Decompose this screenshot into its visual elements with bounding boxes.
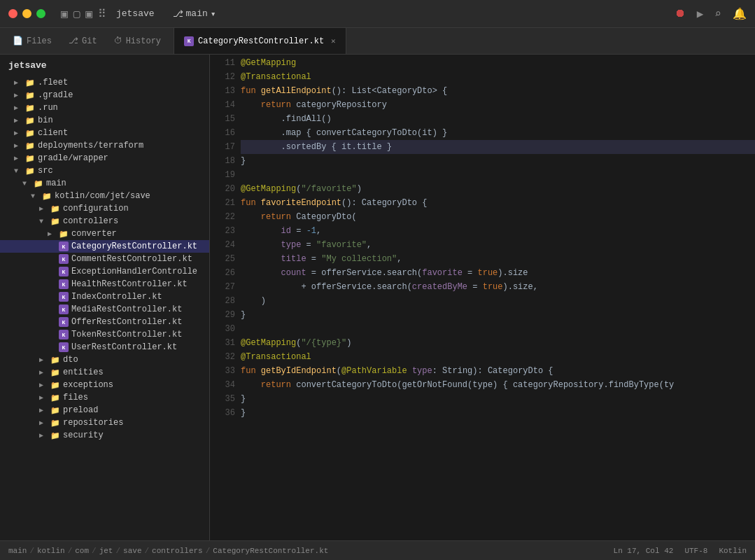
sidebar-item-media-controller[interactable]: K MediaRestController.kt — [0, 303, 209, 316]
sidebar-item-repositories[interactable]: ▶ 📁 repositories — [0, 416, 209, 429]
code-line-27: + offerService.search(createdByMe = true… — [241, 280, 755, 294]
chevron-right-icon: ▶ — [14, 104, 22, 112]
minimize-button[interactable] — [22, 9, 31, 18]
sidebar-item-index-controller[interactable]: K IndexController.kt — [0, 290, 209, 303]
search-icon[interactable]: ⌕ — [714, 7, 721, 21]
sidebar-item-run[interactable]: ▶ 📁 .run — [0, 102, 209, 114]
sidebar-item-gradle-wrapper[interactable]: ▶ 📁 gradle/wrapper — [0, 152, 209, 164]
chevron-right-icon: ▶ — [48, 230, 56, 238]
traffic-lights — [8, 9, 45, 18]
file-tab-category[interactable]: K CategoryRestController.kt ✕ — [174, 28, 346, 54]
chevron-right-icon: ▶ — [39, 356, 48, 364]
code-line-23: id = -1, — [241, 224, 755, 238]
breadcrumb-save: save — [123, 547, 141, 555]
sidebar-item-security[interactable]: ▶ 📁 security — [0, 429, 209, 442]
code-line-17: .sortedBy { it.title } — [241, 140, 755, 154]
folder-label: src — [38, 166, 53, 176]
grid-icon[interactable]: ⠿ — [98, 7, 106, 21]
sidebar-item-bin[interactable]: ▶ 📁 bin — [0, 114, 209, 127]
breadcrumb-sep: / — [68, 547, 73, 555]
code-line-22: return CategoryDto( — [241, 210, 755, 224]
close-button[interactable] — [8, 9, 17, 18]
sidebar-item-main[interactable]: ▼ 📁 main — [0, 177, 209, 190]
sidebar-item-files[interactable]: ▶ 📁 files — [0, 391, 209, 404]
sidebar-item-deployments[interactable]: ▶ 📁 deployments/terraform — [0, 139, 209, 152]
kt-icon: K — [59, 292, 69, 302]
branch-info[interactable]: ⎇ main ▾ — [173, 8, 216, 20]
record-icon[interactable]: ⏺ — [675, 7, 686, 20]
file-tabs: K CategoryRestController.kt ✕ — [174, 28, 755, 54]
project-name: jetsave — [0, 55, 209, 76]
sidebar-item-gradle[interactable]: ▶ 📁 .gradle — [0, 89, 209, 102]
sidebar-item-user-controller[interactable]: K UserRestController.kt — [0, 341, 209, 354]
sidebar-item-client[interactable]: ▶ 📁 client — [0, 127, 209, 139]
chevron-down-icon: ▼ — [39, 218, 48, 225]
breadcrumb-kotlin: kotlin — [37, 547, 65, 555]
sidebar-item-offer-controller[interactable]: K OfferRestController.kt — [0, 316, 209, 328]
kt-icon: K — [59, 279, 69, 289]
folder-icon: 📁 — [50, 419, 60, 428]
folder-label: deployments/terraform — [38, 141, 143, 150]
sidebar-item-health-controller[interactable]: K HealthRestController.kt — [0, 278, 209, 290]
maximize-button[interactable] — [36, 9, 45, 18]
sidebar-item-preload[interactable]: ▶ 📁 preload — [0, 404, 209, 416]
language: Kotlin — [719, 547, 747, 555]
folder-icon: 📁 — [25, 141, 35, 150]
breadcrumb-sep: / — [29, 547, 34, 555]
titlebar-right: ⏺ ▶ ⌕ 🔔 — [675, 7, 747, 21]
sidebar-item-converter[interactable]: ▶ 📁 converter — [0, 227, 209, 240]
chevron-right-icon: ▶ — [39, 431, 48, 440]
statusbar-right: Ln 17, Col 42 UTF-8 Kotlin — [614, 547, 747, 555]
tab-close-icon[interactable]: ✕ — [331, 36, 336, 46]
sidebar-item-comment-controller[interactable]: K CommentRestController.kt — [0, 253, 209, 265]
git-tab[interactable]: ⎇ Git — [62, 31, 104, 50]
folder-icon: 📁 — [50, 356, 60, 365]
sidebar-item-kotlin-path[interactable]: ▼ 📁 kotlin/com/jet/save — [0, 190, 209, 202]
history-tab[interactable]: ⏱ History — [107, 31, 168, 50]
folder-icon: 📁 — [25, 91, 35, 100]
folder-label: gradle/wrapper — [38, 153, 108, 163]
folder-label: .run — [38, 103, 58, 113]
code-line-13: fun getAllEndpoint(): List<CategoryDto> … — [241, 84, 755, 98]
code-line-24: type = "favorite", — [241, 238, 755, 252]
breadcrumb: main / kotlin / com / jet / save / contr… — [8, 547, 608, 555]
folder-label: bin — [38, 115, 53, 125]
statusbar: main / kotlin / com / jet / save / contr… — [0, 540, 755, 560]
sidebar-item-exception-handler[interactable]: K ExceptionHandlerControlle — [0, 265, 209, 278]
sidebar-item-src[interactable]: ▼ 📁 src — [0, 164, 209, 177]
branch-chevron-icon: ▾ — [211, 8, 216, 20]
sidebar-item-entities[interactable]: ▶ 📁 entities — [0, 366, 209, 379]
sidebar-item-fleet[interactable]: ▶ 📁 .fleet — [0, 76, 209, 89]
sidebar-item-controllers[interactable]: ▼ 📁 controllers — [0, 215, 209, 227]
sidebar-item-exceptions[interactable]: ▶ 📁 exceptions — [0, 379, 209, 391]
tabbar: 📄 Files ⎇ Git ⏱ History K CategoryRestCo… — [0, 28, 755, 55]
folder-icon: 📁 — [25, 104, 35, 113]
file-label: ExceptionHandlerControlle — [71, 267, 197, 276]
run-icon[interactable]: ▶ — [697, 7, 704, 21]
files-tab[interactable]: 📄 Files — [6, 31, 59, 50]
layout-icon[interactable]: ▣ — [85, 7, 92, 21]
sidebar-item-dto[interactable]: ▶ 📁 dto — [0, 354, 209, 366]
code-area[interactable]: 11 12 13 14 15 16 17 18 19 20 21 22 23 2… — [210, 55, 755, 540]
folder-label: security — [63, 430, 104, 440]
sidebar-item-configuration[interactable]: ▶ 📁 configuration — [0, 202, 209, 215]
panel-icon[interactable]: ▢ — [73, 7, 80, 21]
folder-icon: 📁 — [42, 192, 52, 201]
folder-label: converter — [71, 229, 117, 239]
file-label: HealthRestController.kt — [71, 279, 188, 289]
files-icon: 📄 — [13, 36, 23, 46]
chevron-down-icon: ▼ — [14, 167, 22, 175]
breadcrumb-sep: / — [115, 547, 120, 555]
notifications-icon[interactable]: 🔔 — [733, 7, 747, 21]
sidebar-icon[interactable]: ▣ — [61, 7, 68, 21]
kt-icon: K — [59, 241, 69, 251]
sidebar-item-token-controller[interactable]: K TokenRestController.kt — [0, 328, 209, 341]
sidebar-item-category-controller[interactable]: K CategoryRestController.kt — [0, 240, 209, 253]
branch-name: main — [186, 8, 208, 19]
code-lines: @GetMapping @Transactional fun getAllEnd… — [241, 55, 755, 540]
code-line-12: @Transactional — [241, 70, 755, 84]
kt-icon: K — [59, 304, 69, 314]
file-label: MediaRestController.kt — [71, 304, 182, 314]
titlebar-icons: ▣ ▢ ▣ ⠿ — [61, 7, 106, 21]
file-label: OfferRestController.kt — [71, 317, 182, 327]
